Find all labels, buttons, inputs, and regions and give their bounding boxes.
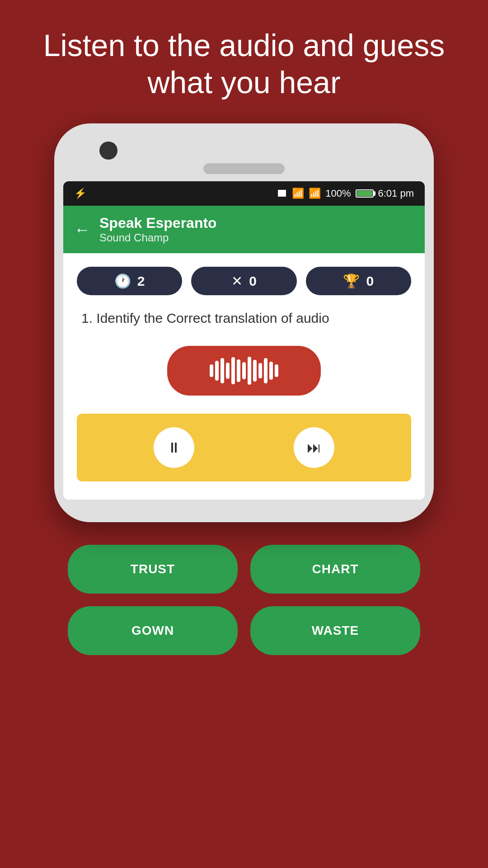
wifi-icon: 📶: [309, 188, 321, 199]
signal-icon: 📶: [292, 188, 304, 199]
bluetooth-icon: ⯀: [277, 188, 287, 199]
phone-speaker: [203, 163, 285, 174]
answer-button-chart[interactable]: CHART: [250, 545, 420, 594]
phone-mockup: ⚡ ⯀ 📶 📶 100% 6:01 pm ← Speak Es: [54, 123, 434, 522]
app-bar-text: Speak Esperanto Sound Champ: [99, 215, 217, 244]
audio-play-button[interactable]: [167, 346, 321, 396]
pause-icon: ⏸: [167, 439, 181, 456]
status-bar: ⚡ ⯀ 📶 📶 100% 6:01 pm: [63, 181, 425, 206]
status-left: ⚡: [74, 188, 86, 199]
phone-camera: [99, 142, 117, 160]
battery-icon: [356, 189, 374, 198]
wrong-icon: ✕: [231, 273, 243, 289]
back-button[interactable]: ←: [74, 220, 90, 239]
app-subtitle: Sound Champ: [99, 231, 217, 244]
waveform-icon: [210, 357, 278, 385]
content-area: 🕐 2 ✕ 0 🏆 0 1. Identify the Correct tran…: [63, 253, 425, 500]
question-text: 1. Identify the Correct translation of a…: [81, 309, 411, 328]
page-headline: Listen to the audio and guess what you h…: [0, 0, 488, 123]
trophy-icon: 🏆: [343, 273, 360, 289]
score-value: 0: [366, 274, 374, 289]
playback-controls: ⏸ ⏭: [77, 414, 411, 481]
wrong-value: 0: [249, 274, 257, 289]
answers-grid: TRUST CHART GOWN WASTE: [54, 522, 434, 673]
skip-button[interactable]: ⏭: [294, 427, 334, 468]
time-label: 6:01 pm: [378, 188, 414, 199]
timer-badge: 🕐 2: [77, 267, 182, 295]
app-bar: ← Speak Esperanto Sound Champ: [63, 206, 425, 253]
wrong-badge: ✕ 0: [191, 267, 296, 295]
answer-button-trust[interactable]: TRUST: [68, 545, 238, 594]
skip-icon: ⏭: [307, 439, 321, 456]
usb-icon: ⚡: [74, 188, 86, 199]
phone-screen: ⚡ ⯀ 📶 📶 100% 6:01 pm ← Speak Es: [63, 181, 425, 500]
pause-button[interactable]: ⏸: [154, 427, 194, 468]
status-right: ⯀ 📶 📶 100% 6:01 pm: [277, 188, 414, 199]
answer-button-waste[interactable]: WASTE: [250, 606, 420, 655]
answer-button-gown[interactable]: GOWN: [68, 606, 238, 655]
battery-percent-label: 100%: [325, 188, 351, 199]
app-title: Speak Esperanto: [99, 215, 217, 231]
score-badge: 🏆 0: [306, 267, 411, 295]
stats-bar: 🕐 2 ✕ 0 🏆 0: [77, 267, 411, 295]
timer-icon: 🕐: [114, 273, 131, 289]
timer-value: 2: [137, 274, 145, 289]
